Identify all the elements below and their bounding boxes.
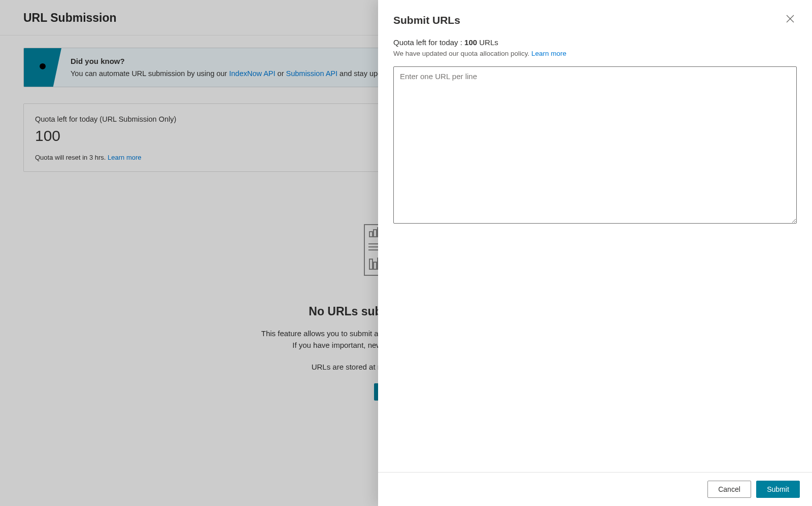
panel-policy-line: We have updated our quota allocation pol…: [393, 50, 797, 57]
url-input[interactable]: [393, 66, 797, 224]
panel-body: [378, 57, 812, 226]
panel-footer: Cancel Submit: [378, 472, 812, 506]
close-icon: [786, 17, 795, 25]
policy-learn-more-link[interactable]: Learn more: [531, 50, 566, 57]
submit-urls-panel: Submit URLs Quota left for today : 100 U…: [378, 0, 812, 506]
cancel-button[interactable]: Cancel: [707, 481, 751, 498]
panel-title: Submit URLs: [393, 14, 460, 26]
panel-quota-value: 100: [464, 38, 477, 47]
close-button[interactable]: [784, 12, 797, 27]
submit-button[interactable]: Submit: [756, 481, 800, 498]
panel-quota-line: Quota left for today : 100 URLs: [393, 38, 797, 47]
panel-info: Quota left for today : 100 URLs We have …: [378, 27, 812, 57]
panel-header: Submit URLs: [378, 0, 812, 27]
